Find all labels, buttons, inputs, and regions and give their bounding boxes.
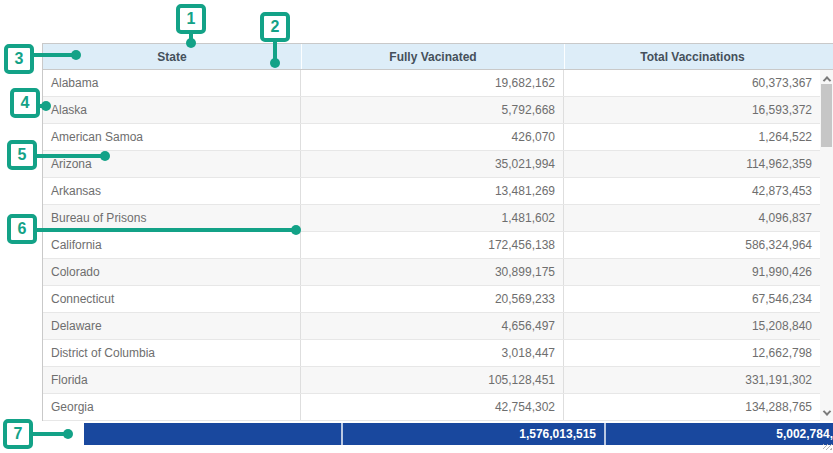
cell-total-vaccinations: 91,990,426	[563, 259, 820, 285]
cell-fully-vaccinated: 1,481,602	[300, 205, 563, 231]
cell-fully-vaccinated: 35,021,994	[300, 151, 563, 177]
cell-state: Colorado	[43, 259, 300, 285]
chevron-up-icon	[822, 76, 830, 84]
cell-total-vaccinations: 114,962,359	[563, 151, 820, 177]
cell-fully-vaccinated: 3,018,447	[300, 340, 563, 366]
table-row[interactable]: Connecticut 20,569,233 67,546,234	[43, 286, 820, 313]
table-row[interactable]: Arizona 35,021,994 114,962,359	[43, 151, 820, 178]
cell-total-vaccinations: 1,264,522	[563, 124, 820, 150]
scrollbar-thumb[interactable]	[821, 84, 832, 147]
cell-state: Connecticut	[43, 286, 300, 312]
vertical-scrollbar[interactable]	[820, 70, 833, 421]
cell-total-vaccinations: 60,373,367	[563, 70, 820, 96]
callout-3-connector	[33, 53, 75, 57]
cell-state: Alaska	[43, 97, 300, 123]
table-row[interactable]: California 172,456,138 586,324,964	[43, 232, 820, 259]
cell-state: Arkansas	[43, 178, 300, 204]
cell-state: Georgia	[43, 394, 300, 420]
cell-state: American Samoa	[43, 124, 300, 150]
table-body[interactable]: Alabama 19,682,162 60,373,367 Alaska 5,7…	[42, 70, 820, 421]
cell-state: District of Columbia	[43, 340, 300, 366]
cell-total-vaccinations: 331,191,302	[563, 367, 820, 393]
callout-6-badge: 6	[7, 214, 37, 244]
cell-fully-vaccinated: 20,569,233	[300, 286, 563, 312]
table-row[interactable]: Georgia 42,754,302 134,288,765	[43, 394, 820, 421]
table-row[interactable]: Alabama 19,682,162 60,373,367	[43, 70, 820, 97]
table-header-row: State Fully Vacinated Total Vaccinations	[42, 43, 833, 70]
cell-fully-vaccinated: 42,754,302	[300, 394, 563, 420]
cell-fully-vaccinated: 105,128,451	[300, 367, 563, 393]
cell-fully-vaccinated: 19,682,162	[300, 70, 563, 96]
cell-total-vaccinations: 16,593,372	[563, 97, 820, 123]
cell-fully-vaccinated: 426,070	[300, 124, 563, 150]
callout-6-dot	[291, 225, 301, 235]
callout-5-dot	[100, 151, 110, 161]
vaccination-table: State Fully Vacinated Total Vaccinations…	[42, 43, 833, 421]
column-header-state[interactable]: State	[43, 44, 301, 69]
total-state-cell	[84, 423, 341, 445]
cell-state: Delaware	[43, 313, 300, 339]
cell-total-vaccinations: 4,096,837	[563, 205, 820, 231]
cell-state: Alabama	[43, 70, 300, 96]
cell-fully-vaccinated: 172,456,138	[300, 232, 563, 258]
callout-7-connector	[32, 432, 66, 436]
callout-6-connector	[36, 228, 294, 232]
cell-total-vaccinations: 586,324,964	[563, 232, 820, 258]
callout-7-dot	[63, 429, 73, 439]
cell-total-vaccinations: 67,546,234	[563, 286, 820, 312]
cell-fully-vaccinated: 5,792,668	[300, 97, 563, 123]
cell-fully-vaccinated: 13,481,269	[300, 178, 563, 204]
cell-state: Florida	[43, 367, 300, 393]
column-header-fully-vaccinated[interactable]: Fully Vacinated	[301, 44, 564, 69]
cell-total-vaccinations: 12,662,798	[563, 340, 820, 366]
callout-1-dot	[186, 38, 196, 48]
callout-7-badge: 7	[3, 419, 33, 449]
table-total-row: 1,576,013,515 5,002,784,231	[84, 423, 833, 445]
table-row[interactable]: District of Columbia 3,018,447 12,662,79…	[43, 340, 820, 367]
callout-5-connector	[36, 154, 104, 158]
cell-state: California	[43, 232, 300, 258]
callout-4-badge: 4	[10, 88, 40, 118]
callout-2-badge: 2	[260, 12, 290, 42]
callout-4-dot	[41, 101, 51, 111]
callout-3-badge: 3	[4, 44, 34, 74]
cell-fully-vaccinated: 4,656,497	[300, 313, 563, 339]
total-vaccinations-cell: 5,002,784,231	[604, 423, 833, 445]
cell-total-vaccinations: 15,208,840	[563, 313, 820, 339]
table-row[interactable]: American Samoa 426,070 1,264,522	[43, 124, 820, 151]
table-row[interactable]: Arkansas 13,481,269 42,873,453	[43, 178, 820, 205]
table-row[interactable]: Florida 105,128,451 331,191,302	[43, 367, 820, 394]
callout-3-dot	[71, 50, 81, 60]
total-fully-vaccinated-cell: 1,576,013,515	[341, 423, 604, 445]
table-row[interactable]: Delaware 4,656,497 15,208,840	[43, 313, 820, 340]
header-scrollbar-spacer	[820, 44, 833, 69]
cell-total-vaccinations: 134,288,765	[563, 394, 820, 420]
table-row[interactable]: Alaska 5,792,668 16,593,372	[43, 97, 820, 124]
callout-1-badge: 1	[176, 4, 206, 34]
chevron-down-icon	[822, 407, 830, 415]
dashboard-canvas: State Fully Vacinated Total Vaccinations…	[0, 0, 833, 453]
callout-2-dot	[270, 58, 280, 68]
table-row[interactable]: Colorado 30,899,175 91,990,426	[43, 259, 820, 286]
cell-total-vaccinations: 42,873,453	[563, 178, 820, 204]
column-header-total-vaccinations[interactable]: Total Vaccinations	[564, 44, 820, 69]
scrollbar-down-arrow[interactable]	[820, 406, 833, 419]
cell-fully-vaccinated: 30,899,175	[300, 259, 563, 285]
scrollbar-corner-grip	[823, 444, 832, 450]
callout-5-badge: 5	[7, 140, 37, 170]
